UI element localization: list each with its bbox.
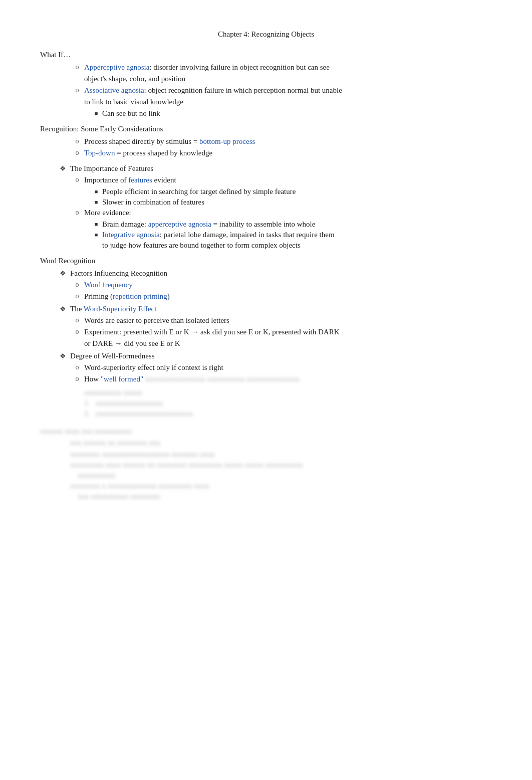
item-content: Word frequency (84, 281, 492, 289)
list-item: ■ Integrative agnosia: parietal lobe dam… (90, 231, 492, 239)
blurred-line: xxxxxxxx xxxxxxxxxxxxxxxxxx xxxxxxx xxxx (70, 450, 492, 459)
list-item: o Words are easier to perceive than isol… (70, 316, 492, 325)
section-heading: Degree of Well-Formedness (70, 352, 492, 360)
associative-agnosia-link[interactable]: Associative agnosia (84, 86, 144, 94)
word-superiority-link[interactable]: Word-Superiority Effect (84, 305, 157, 313)
bullet-marker: o (70, 363, 84, 371)
blurred-heading: xxxxxx xxxx xxx xxxxxxxxxx (40, 427, 492, 436)
list-item: o Importance of features evident (70, 176, 492, 184)
apperceptive-agnosia-link[interactable]: Apperceptive agnosia (84, 63, 149, 71)
bullet-marker: o (70, 292, 84, 300)
bullet-marker: o (70, 176, 84, 184)
item-text: Words are easier to perceive than isolat… (84, 316, 492, 325)
item-text: Slower in combination of features (102, 198, 492, 207)
repetition-priming-link[interactable]: repetition priming (113, 292, 167, 300)
integrative-agnosia-link[interactable]: Integrative agnosia (102, 231, 160, 239)
what-if-section: What If… o Apperceptive agnosia: disorde… (40, 51, 492, 118)
item-text: : object recognition failure in which pe… (144, 86, 342, 94)
word-recognition-section: Word Recognition (40, 257, 492, 265)
item-text: = process shaped by knowledge (115, 149, 212, 157)
list-item: o More evidence: (70, 209, 492, 217)
blurred-section-2: xxxxxx xxxx xxx xxxxxxxxxx xxx xxxxxx xx… (40, 427, 492, 501)
blurred-line: xxxxxxxxx xxxx xxxxxx xx xxxxxxxx xxxxxx… (70, 461, 492, 469)
section-heading: The Importance of Features (70, 164, 492, 173)
bullet-marker: o (70, 209, 84, 217)
bottom-up-link[interactable]: bottom-up process (199, 137, 255, 145)
list-item: ■ Can see but no link (90, 109, 492, 118)
section-heading: Factors Influencing Recognition (70, 269, 492, 278)
item-content: How "well formed" xxxxxxxxxxxxxxxx xxxxx… (84, 375, 492, 383)
bullet-marker: o (70, 281, 84, 289)
word-recognition-heading: Word Recognition (40, 257, 492, 265)
list-item: o Process shaped directly by stimulus = … (70, 137, 492, 146)
item-text: Experiment: presented with E or K → ask … (84, 328, 492, 336)
item-content: Integrative agnosia: parietal lobe damag… (102, 231, 492, 239)
diamond-marker: ❖ (55, 352, 70, 360)
diamond-item: ❖ The Importance of Features (55, 164, 492, 173)
item-content: Priming (repetition priming) (84, 292, 492, 301)
continuation-text: to link to basic visual knowledge (84, 98, 492, 106)
list-item: ■ Brain damage: apperceptive agnosia = i… (90, 220, 492, 229)
bullet-marker: ■ (90, 188, 102, 194)
list-item: o Experiment: presented with E or K → as… (70, 328, 492, 336)
diamond-item: ❖ Degree of Well-Formedness (55, 352, 492, 360)
diamond-marker: ❖ (55, 269, 70, 278)
item-content: More evidence: (84, 209, 492, 217)
word-frequency-link[interactable]: Word frequency (84, 281, 133, 289)
diamond-item: ❖ The Word-Superiority Effect (55, 305, 492, 313)
continuation-text: object's shape, color, and position (84, 75, 492, 83)
top-down-link[interactable]: Top-down (84, 149, 115, 157)
features-link[interactable]: features (128, 176, 152, 184)
item-content: Importance of features evident (84, 176, 492, 184)
section-heading: The Word-Superiority Effect (70, 305, 492, 313)
word-superiority-section: ❖ The Word-Superiority Effect o Words ar… (40, 305, 492, 348)
list-item: o Associative agnosia: object recognitio… (70, 86, 492, 95)
item-text: People efficient in searching for target… (102, 187, 492, 196)
blurred-sub-heading: xxx xxxxxx xx xxxxxxxx xxx (70, 439, 492, 447)
bullet-marker: ■ (90, 199, 102, 205)
blurred-section-1: xxxxxxxxxx xxxxx 1. xxxxxxxxxxxxxxxxxx 2… (84, 388, 492, 418)
bullet-marker: o (70, 328, 84, 336)
diamond-marker: ❖ (55, 164, 70, 173)
item-content: Apperceptive agnosia: disorder involving… (84, 63, 492, 72)
blurred-line: xxxxxxxx x xxxxxxxxxxxxx xxxxxxxxx xxxx (70, 482, 492, 490)
list-item: o Word frequency (70, 281, 492, 289)
list-item: o How "well formed" xxxxxxxxxxxxxxxx xxx… (70, 375, 492, 383)
item-text: Can see but no link (102, 109, 492, 118)
blurred-line: xxxxxxxxxx xxxxx (84, 388, 492, 397)
what-if-heading: What If… (40, 51, 492, 59)
continuation-text: or DARE → did you see E or K (84, 339, 492, 348)
bullet-marker: o (70, 137, 84, 145)
list-item: o Priming (repetition priming) (70, 292, 492, 301)
bullet-marker: ■ (90, 221, 102, 227)
blurred-sub-line: xxx xxxxxxxxxx xxxxxxxx (70, 492, 492, 501)
blurred-line: 1. xxxxxxxxxxxxxxxxxx (84, 399, 492, 408)
bullet-marker: o (70, 86, 84, 94)
diamond-item: ❖ Factors Influencing Recognition (55, 269, 492, 278)
factors-section: ❖ Factors Influencing Recognition o Word… (40, 269, 492, 301)
page-container: Chapter 4: Recognizing Objects What If… … (40, 30, 492, 501)
recognition-section: Recognition: Some Early Considerations o… (40, 125, 492, 157)
well-formed-link[interactable]: "well formed" (101, 375, 143, 383)
bullet-marker: o (70, 316, 84, 324)
item-text: Word-superiority effect only if context … (84, 363, 492, 372)
item-text: : disorder involving failure in object r… (149, 63, 329, 71)
list-item: o Top-down = process shaped by knowledge (70, 149, 492, 157)
bullet-marker: ■ (90, 110, 102, 116)
blurred-line: 2. xxxxxxxxxxxxxxxxxxxxxxxxxx (84, 410, 492, 418)
list-item: ■ People efficient in searching for targ… (90, 187, 492, 196)
continuation-text: to judge how features are bound together… (102, 241, 492, 250)
recognition-heading: Recognition: Some Early Considerations (40, 125, 492, 133)
item-content: Associative agnosia: object recognition … (84, 86, 492, 95)
item-content: Top-down = process shaped by knowledge (84, 149, 492, 157)
list-item: o Word-superiority effect only if contex… (70, 363, 492, 372)
page-title: Chapter 4: Recognizing Objects (40, 30, 492, 39)
bullet-marker: o (70, 375, 84, 383)
list-item: o Apperceptive agnosia: disorder involvi… (70, 63, 492, 72)
bullet-marker: o (70, 149, 84, 157)
item-content: Process shaped directly by stimulus = bo… (84, 137, 492, 146)
apperceptive-agnosia-link2[interactable]: apperceptive agnosia (148, 220, 211, 228)
bullet-marker: o (70, 63, 84, 71)
blurred-sub-line: xxxxxxxxxx (70, 471, 492, 480)
list-item: ■ Slower in combination of features (90, 198, 492, 207)
